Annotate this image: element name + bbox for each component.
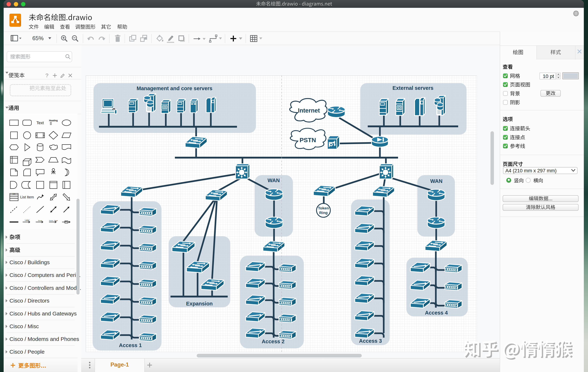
svg-text:Source: Source	[38, 220, 42, 221]
svg-text:Source...Target: Source...Target	[49, 220, 58, 221]
svg-text:Text: Text	[36, 120, 44, 125]
svg-text:List Item: List Item	[20, 195, 34, 199]
svg-text:List: List	[13, 193, 15, 195]
svg-text:Label: Label	[25, 219, 29, 221]
svg-text:Heading: Heading	[49, 119, 58, 122]
